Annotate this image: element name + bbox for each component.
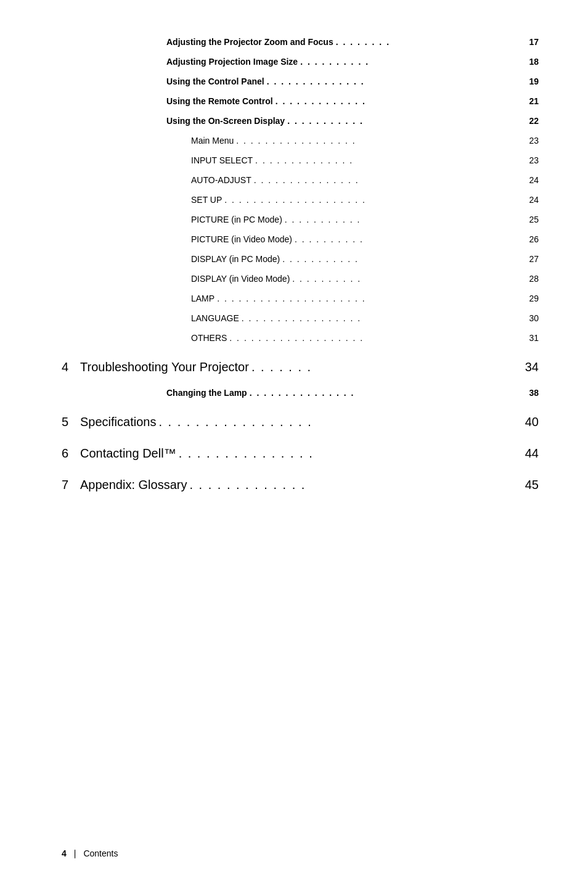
chapter-entry-1: 5 Specifications . . . . . . . . . . . .…	[62, 415, 539, 429]
chapter-page: 44	[524, 446, 539, 461]
toc-entry-9: PICTURE (in PC Mode) . . . . . . . . . .…	[166, 215, 539, 224]
entry-title: OTHERS	[191, 333, 227, 343]
sub-entry-page: 38	[524, 388, 539, 398]
chapter-entry-3: 7 Appendix: Glossary . . . . . . . . . .…	[62, 478, 539, 492]
toc-entry-14: LANGUAGE . . . . . . . . . . . . . . . .…	[166, 313, 539, 323]
sub-entry-title: Changing the Lamp	[166, 388, 247, 398]
entry-title: LAMP	[191, 294, 214, 303]
toc-entry-3: Using the Remote Control . . . . . . . .…	[166, 96, 539, 106]
toc-entry-6: INPUT SELECT . . . . . . . . . . . . . .…	[166, 155, 539, 165]
entry-dots: . . . . . . . . . . .	[287, 116, 521, 126]
entry-dots: . . . . . . . . . . . . . .	[267, 76, 521, 86]
chapter-dots: . . . . . . . . . . . . .	[189, 478, 521, 492]
entry-page: 26	[524, 234, 539, 244]
entry-title: DISPLAY (in Video Mode)	[191, 274, 290, 284]
entry-title: DISPLAY (in PC Mode)	[191, 254, 280, 264]
footer-divider: |	[74, 848, 76, 858]
entry-dots: . . . . . . . . . .	[300, 57, 521, 67]
entry-dots: . . . . . . . . . .	[292, 274, 521, 284]
toc-entry-4: Using the On-Screen Display . . . . . . …	[166, 116, 539, 126]
toc-entry-8: SET UP . . . . . . . . . . . . . . . . .…	[166, 195, 539, 205]
footer-label: Contents	[83, 848, 118, 858]
entry-page: 19	[524, 76, 539, 86]
chapter-page: 45	[524, 478, 539, 492]
entry-dots: . . . . . . . . . . . . .	[276, 96, 521, 106]
toc-entry-12: DISPLAY (in Video Mode) . . . . . . . . …	[166, 274, 539, 284]
entry-dots: . . . . . . . . . . . . . . . . .	[236, 136, 521, 146]
entry-dots: . . . . . . . . . . . . . . . . .	[242, 313, 521, 323]
entry-title: PICTURE (in Video Mode)	[191, 234, 292, 244]
chapter-number: 7	[62, 478, 80, 492]
chapter-entry-2: 6 Contacting Dell™ . . . . . . . . . . .…	[62, 446, 539, 461]
entry-title: Using the Control Panel	[166, 76, 264, 86]
entry-page: 18	[524, 57, 539, 67]
entry-page: 30	[524, 313, 539, 323]
entry-title: INPUT SELECT	[191, 155, 253, 165]
entry-dots: . . . . . . . . . .	[295, 234, 521, 244]
entry-page: 27	[524, 254, 539, 264]
toc-entry-0: Adjusting the Projector Zoom and Focus .…	[166, 37, 539, 47]
entry-title: Using the Remote Control	[166, 96, 273, 106]
toc-entry-1: Adjusting Projection Image Size . . . . …	[166, 57, 539, 67]
chapter-title: Specifications	[80, 415, 156, 429]
chapter-dots: . . . . . . . . . . . . . . .	[179, 446, 521, 461]
entry-title: Adjusting Projection Image Size	[166, 57, 298, 67]
entry-title: Adjusting the Projector Zoom and Focus	[166, 37, 333, 47]
chapter-number: 4	[62, 360, 80, 374]
entry-title: Main Menu	[191, 136, 234, 146]
chapter-dots: . . . . . . .	[251, 360, 521, 374]
toc-entry-15: OTHERS . . . . . . . . . . . . . . . . .…	[166, 333, 539, 343]
entry-dots: . . . . . . . . . . . . . .	[255, 155, 521, 165]
chapter-page: 34	[524, 360, 539, 374]
entry-title: SET UP	[191, 195, 222, 205]
chapter-sub-entry-0-0: Changing the Lamp . . . . . . . . . . . …	[62, 388, 539, 398]
toc-entry-11: DISPLAY (in PC Mode) . . . . . . . . . .…	[166, 254, 539, 264]
page: Adjusting the Projector Zoom and Focus .…	[0, 0, 588, 883]
chapter-title: Troubleshooting Your Projector	[80, 360, 249, 374]
entry-page: 28	[524, 274, 539, 284]
entry-page: 23	[524, 136, 539, 146]
entry-dots: . . . . . . . . . . . . . . . . . . . .	[224, 195, 521, 205]
entry-dots: . . . . . . . . . . . . . . . . . . . . …	[217, 294, 521, 303]
entry-page: 23	[524, 155, 539, 165]
toc-chapters-section: 4 Troubleshooting Your Projector . . . .…	[62, 360, 539, 492]
entry-page: 22	[524, 116, 539, 126]
entry-title: Using the On-Screen Display	[166, 116, 285, 126]
toc-entry-7: AUTO-ADJUST . . . . . . . . . . . . . . …	[166, 175, 539, 185]
chapter-number: 6	[62, 446, 80, 461]
entry-dots: . . . . . . . . . . .	[282, 254, 521, 264]
entry-dots: . . . . . . . . . . .	[285, 215, 521, 224]
entry-page: 25	[524, 215, 539, 224]
chapter-page: 40	[524, 415, 539, 429]
chapter-title: Contacting Dell™	[80, 446, 176, 461]
toc-entry-10: PICTURE (in Video Mode) . . . . . . . . …	[166, 234, 539, 244]
footer: 4 | Contents	[62, 848, 118, 858]
entry-dots: . . . . . . . .	[336, 37, 521, 47]
toc-entry-13: LAMP . . . . . . . . . . . . . . . . . .…	[166, 294, 539, 303]
entry-title: AUTO-ADJUST	[191, 175, 251, 185]
chapter-entry-0: 4 Troubleshooting Your Projector . . . .…	[62, 360, 539, 374]
entry-title: PICTURE (in PC Mode)	[191, 215, 282, 224]
chapter-number: 5	[62, 415, 80, 429]
entry-page: 31	[524, 333, 539, 343]
toc-top-section: Adjusting the Projector Zoom and Focus .…	[62, 37, 539, 343]
chapter-title: Appendix: Glossary	[80, 478, 187, 492]
entry-page: 17	[524, 37, 539, 47]
toc-entry-2: Using the Control Panel . . . . . . . . …	[166, 76, 539, 86]
toc-entry-5: Main Menu . . . . . . . . . . . . . . . …	[166, 136, 539, 146]
sub-entry-dots: . . . . . . . . . . . . . . .	[250, 388, 521, 398]
entry-page: 29	[524, 294, 539, 303]
entry-title: LANGUAGE	[191, 313, 239, 323]
entry-dots: . . . . . . . . . . . . . . .	[254, 175, 521, 185]
entry-page: 24	[524, 195, 539, 205]
entry-page: 24	[524, 175, 539, 185]
footer-page-number: 4	[62, 848, 67, 858]
chapter-dots: . . . . . . . . . . . . . . . . .	[158, 415, 521, 429]
entry-page: 21	[524, 96, 539, 106]
entry-dots: . . . . . . . . . . . . . . . . . . .	[229, 333, 521, 343]
